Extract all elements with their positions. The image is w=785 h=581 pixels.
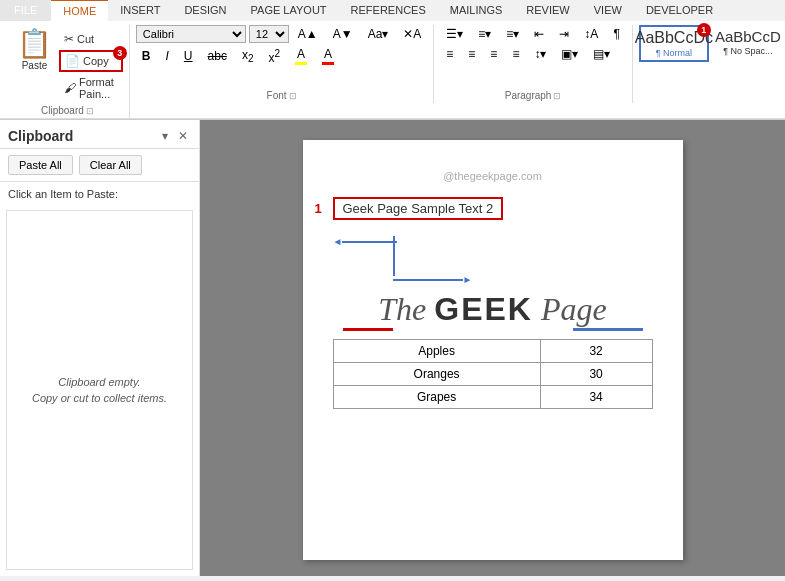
bold-button[interactable]: B — [136, 47, 157, 65]
table-row: Grapes 34 — [333, 386, 652, 409]
style-normal[interactable]: AaBbCcDc ¶ Normal 1 — [639, 25, 709, 62]
format-paint-button[interactable]: 🖌 Format Pain... — [59, 73, 123, 103]
sample-text-wrapper: 1 Geek Page Sample Text 2 — [333, 197, 653, 220]
style-no-space[interactable]: AaBbCcD ¶ No Spac... — [713, 25, 783, 59]
subscript-button[interactable]: x2 — [236, 46, 260, 66]
ribbon-content: 📋 Paste ✂ Cut 📄 Copy 3 🖌 Forma — [0, 21, 785, 119]
font-size-select[interactable]: 12 — [249, 25, 289, 43]
tab-developer[interactable]: DEVELOPER — [634, 0, 725, 21]
multilevel-button[interactable]: ≡▾ — [500, 25, 525, 43]
table-cell-item-0: Apples — [333, 340, 540, 363]
clipboard-empty-line1: Clipboard empty. — [58, 376, 140, 388]
list-row: ☰▾ ≡▾ ≡▾ ⇤ ⇥ ↕A ¶ — [440, 25, 626, 43]
shrink-font-button[interactable]: A▼ — [327, 25, 359, 43]
tab-mailings[interactable]: MAILINGS — [438, 0, 515, 21]
underline-the — [343, 328, 393, 331]
bullets-button[interactable]: ☰▾ — [440, 25, 469, 43]
arrows-area: ◄ ► — [333, 226, 653, 281]
tab-file[interactable]: FILE — [0, 0, 51, 21]
document-page: @thegeekpage.com 1 Geek Page Sample Text… — [303, 140, 683, 560]
tab-references[interactable]: REFERENCES — [339, 0, 438, 21]
logo-underlines — [333, 328, 653, 331]
table-cell-value-1: 30 — [540, 363, 652, 386]
table-cell-value-2: 34 — [540, 386, 652, 409]
increase-indent-button[interactable]: ⇥ — [553, 25, 575, 43]
sidebar-hint: Click an Item to Paste: — [0, 182, 199, 204]
sidebar-title: Clipboard — [8, 128, 73, 144]
right-arrow-line — [393, 279, 463, 281]
sidebar-options-button[interactable]: ▾ — [159, 128, 171, 144]
logo-area: The GEEK Page — [333, 291, 653, 331]
sidebar-close-button[interactable]: ✕ — [175, 128, 191, 144]
font-style-row: B I U abc x2 x2 A A — [136, 45, 340, 67]
table-cell-value-0: 32 — [540, 340, 652, 363]
ribbon: FILE HOME INSERT DESIGN PAGE LAYOUT REFE… — [0, 0, 785, 120]
data-table: Apples 32 Oranges 30 Grapes 34 — [333, 339, 653, 409]
tab-design[interactable]: DESIGN — [172, 0, 238, 21]
table-row: Apples 32 — [333, 340, 652, 363]
clipboard-group-content: 📋 Paste ✂ Cut 📄 Copy 3 🖌 Forma — [12, 25, 123, 103]
left-arrow-head: ◄ — [333, 236, 343, 247]
paragraph-expand-icon[interactable]: ⊡ — [553, 91, 561, 101]
borders-button[interactable]: ▤▾ — [587, 45, 616, 63]
underline-page — [573, 328, 643, 331]
format-paint-icon: 🖌 — [64, 81, 76, 95]
right-arrow-container: ► — [393, 236, 473, 285]
tab-review[interactable]: REVIEW — [514, 0, 581, 21]
text-highlight-button[interactable]: A — [289, 45, 313, 67]
tab-view[interactable]: VIEW — [582, 0, 634, 21]
align-left-button[interactable]: ≡ — [440, 45, 459, 63]
font-name-select[interactable]: Calibri — [136, 25, 246, 43]
styles-group-content: AaBbCcDc ¶ Normal 1 AaBbCcD ¶ No Spac... — [639, 25, 783, 103]
italic-button[interactable]: I — [160, 47, 175, 65]
font-group-content: Calibri 12 A▲ A▼ Aa▾ ✕A B I U abc x2 — [136, 25, 427, 88]
tab-page-layout[interactable]: PAGE LAYOUT — [239, 0, 339, 21]
table-row: Oranges 30 — [333, 363, 652, 386]
paragraph-group-content: ☰▾ ≡▾ ≡▾ ⇤ ⇥ ↕A ¶ ≡ ≡ ≡ ≡ ↕▾ ▣▾ ▤▾ — [440, 25, 626, 88]
font-color-indicator — [322, 62, 334, 65]
copy-icon: 📄 — [65, 54, 80, 68]
style-nospace-label: ¶ No Spac... — [723, 46, 772, 56]
copy-button[interactable]: 📄 Copy 3 — [59, 50, 123, 72]
clear-formatting-button[interactable]: ✕A — [397, 25, 427, 43]
align-row: ≡ ≡ ≡ ≡ ↕▾ ▣▾ ▤▾ — [440, 45, 616, 63]
tab-insert[interactable]: INSERT — [108, 0, 172, 21]
shading-button[interactable]: ▣▾ — [555, 45, 584, 63]
line-spacing-button[interactable]: ↕▾ — [528, 45, 552, 63]
change-case-button[interactable]: Aa▾ — [362, 25, 395, 43]
align-center-button[interactable]: ≡ — [462, 45, 481, 63]
paste-all-button[interactable]: Paste All — [8, 155, 73, 175]
sidebar-actions: Paste All Clear All — [0, 149, 199, 182]
vertical-arrow-line — [393, 236, 395, 276]
tab-home[interactable]: HOME — [51, 0, 108, 21]
watermark: @thegeekpage.com — [333, 170, 653, 182]
paragraph-group: ☰▾ ≡▾ ≡▾ ⇤ ⇥ ↕A ¶ ≡ ≡ ≡ ≡ ↕▾ ▣▾ ▤▾ — [434, 25, 633, 103]
clipboard-expand-icon[interactable]: ⊡ — [86, 106, 94, 116]
sidebar-controls: ▾ ✕ — [159, 128, 191, 144]
paste-icon: 📋 — [17, 30, 52, 58]
cut-button[interactable]: ✂ Cut — [59, 29, 123, 49]
paragraph-group-label: Paragraph — [505, 88, 552, 103]
clear-all-button[interactable]: Clear All — [79, 155, 142, 175]
style-normal-label: ¶ Normal — [656, 48, 692, 58]
paste-button[interactable]: 📋 Paste — [12, 25, 57, 76]
grow-font-button[interactable]: A▲ — [292, 25, 324, 43]
align-right-button[interactable]: ≡ — [484, 45, 503, 63]
numbering-button[interactable]: ≡▾ — [472, 25, 497, 43]
clipboard-group-label: Clipboard — [41, 103, 84, 118]
table-cell-item-2: Grapes — [333, 386, 540, 409]
clipboard-group-label-row: Clipboard ⊡ — [12, 103, 123, 118]
show-formatting-button[interactable]: ¶ — [607, 25, 625, 43]
decrease-indent-button[interactable]: ⇤ — [528, 25, 550, 43]
left-arrow-line — [342, 241, 397, 243]
table-body: Apples 32 Oranges 30 Grapes 34 — [333, 340, 652, 409]
clipboard-sidebar: Clipboard ▾ ✕ Paste All Clear All Click … — [0, 120, 200, 576]
font-expand-icon[interactable]: ⊡ — [289, 91, 297, 101]
underline-button[interactable]: U — [178, 47, 199, 65]
sort-button[interactable]: ↕A — [578, 25, 604, 43]
strikethrough-button[interactable]: abc — [202, 47, 233, 65]
clipboard-empty-line2: Copy or cut to collect items. — [32, 392, 167, 404]
justify-button[interactable]: ≡ — [506, 45, 525, 63]
font-color-button[interactable]: A — [316, 45, 340, 67]
superscript-button[interactable]: x2 — [262, 46, 286, 67]
